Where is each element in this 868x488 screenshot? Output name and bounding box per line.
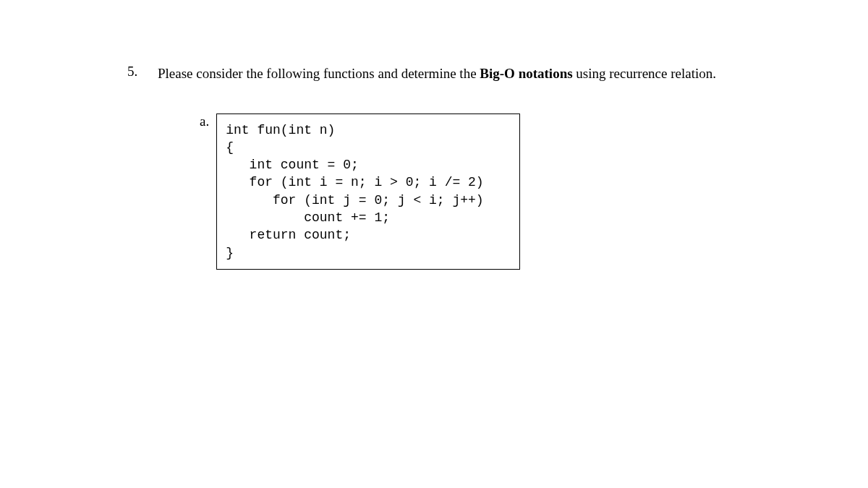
question-text-part-1: Please consider the following functions … xyxy=(158,66,480,81)
question-row: 5. Please consider the following functio… xyxy=(127,64,796,85)
question-text-bold: Big-O notations xyxy=(480,66,572,81)
subitem-container: a. int fun(int n) { int count = 0; for (… xyxy=(200,114,796,270)
question-text-part-3: using recurrence relation. xyxy=(573,66,716,81)
subitem-label: a. xyxy=(200,114,209,129)
code-box: int fun(int n) { int count = 0; for (int… xyxy=(216,114,520,270)
question-number: 5. xyxy=(127,64,145,80)
question-text: Please consider the following functions … xyxy=(158,64,716,85)
